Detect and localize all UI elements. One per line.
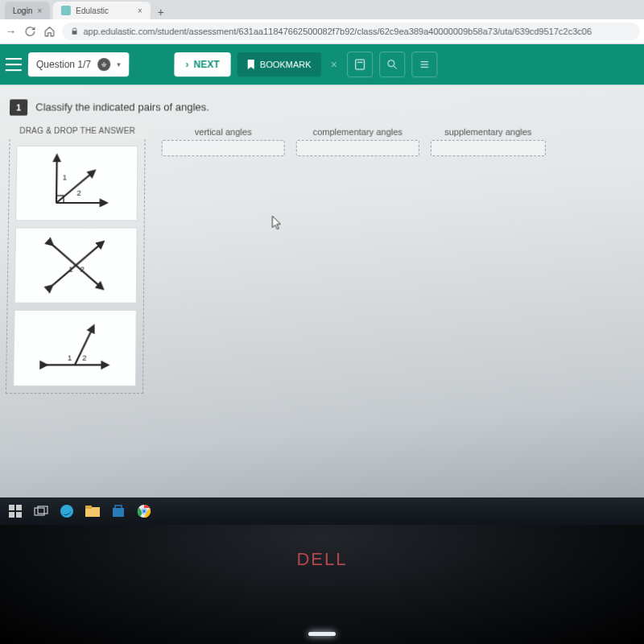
drag-header: DRAG & DROP THE ANSWER <box>10 122 146 139</box>
question-prompt: Classify the indicated pairs of angles. <box>35 99 209 113</box>
question-number: 1 <box>10 99 27 115</box>
svg-point-34 <box>60 505 73 518</box>
calculator-icon[interactable] <box>347 52 373 77</box>
close-icon[interactable]: × <box>138 6 142 14</box>
svg-rect-31 <box>16 512 22 518</box>
forward-icon[interactable]: → <box>4 25 17 38</box>
power-led <box>308 632 336 636</box>
windows-taskbar <box>0 497 644 525</box>
svg-text:1: 1 <box>63 172 68 181</box>
task-view-icon[interactable] <box>32 502 50 520</box>
bookmark-button[interactable]: BOOKMARK <box>237 52 321 76</box>
drop-label: complementary angles <box>313 127 402 137</box>
edge-icon[interactable] <box>58 502 76 520</box>
tab-label: Edulastic <box>76 6 109 14</box>
start-icon[interactable] <box>6 502 24 520</box>
store-icon[interactable] <box>109 502 127 520</box>
search-icon[interactable] <box>379 52 405 77</box>
drop-slot-complementary[interactable] <box>296 140 419 156</box>
svg-text:1: 1 <box>68 265 73 274</box>
drag-tile-3[interactable]: 1 2 <box>13 310 137 386</box>
close-panel-icon[interactable]: × <box>328 58 341 71</box>
reload-icon[interactable] <box>23 25 36 38</box>
svg-rect-33 <box>38 506 47 514</box>
drop-zone: vertical angles complementary angles sup… <box>159 122 638 394</box>
device-brand: DELL <box>296 549 347 570</box>
status-badge-icon <box>97 58 110 71</box>
svg-rect-28 <box>9 505 14 510</box>
svg-rect-1 <box>356 60 365 69</box>
close-icon[interactable]: × <box>37 6 42 14</box>
chrome-icon[interactable] <box>135 502 153 520</box>
svg-text:2: 2 <box>76 188 81 197</box>
drop-label: vertical angles <box>195 127 252 137</box>
svg-point-9 <box>388 60 394 67</box>
question-content: 1 Classify the indicated pairs of angles… <box>0 85 644 409</box>
svg-line-10 <box>394 66 396 68</box>
cursor-icon <box>271 215 283 231</box>
svg-point-42 <box>142 510 147 514</box>
lock-icon <box>70 27 78 35</box>
svg-text:2: 2 <box>82 353 87 362</box>
list-icon[interactable] <box>411 52 437 77</box>
drag-tile-1[interactable]: 1 2 <box>15 146 138 221</box>
svg-rect-32 <box>35 508 44 515</box>
drag-tile-2[interactable]: 1 2 <box>14 228 138 303</box>
url-field[interactable]: app.edulastic.com/student/assessment/631… <box>62 23 639 40</box>
svg-rect-36 <box>85 506 92 509</box>
browser-address-bar: → app.edulastic.com/student/assessment/6… <box>0 19 644 44</box>
browser-tab-active[interactable]: Edulastic × <box>53 2 151 19</box>
drag-source-panel: DRAG & DROP THE ANSWER 1 2 <box>6 122 146 394</box>
chevron-down-icon: ▾ <box>117 60 121 68</box>
explorer-icon[interactable] <box>84 502 101 520</box>
next-label: NEXT <box>194 59 220 70</box>
favicon-icon <box>61 6 71 15</box>
drop-label: supplementary angles <box>444 127 531 137</box>
question-counter: Question 1/7 <box>36 59 91 70</box>
new-tab-button[interactable]: + <box>154 5 168 19</box>
bookmark-icon <box>247 60 255 69</box>
browser-tabstrip: Login × Edulastic × + <box>0 0 644 19</box>
svg-rect-29 <box>16 505 22 510</box>
next-button[interactable]: › NEXT <box>174 52 230 76</box>
bookmark-label: BOOKMARK <box>260 60 312 69</box>
url-text: app.edulastic.com/student/assessment/631… <box>84 27 592 36</box>
drop-slot-vertical[interactable] <box>162 140 285 156</box>
drop-slot-supplementary[interactable] <box>431 140 546 156</box>
laptop-bezel: DELL <box>0 525 644 644</box>
svg-text:2: 2 <box>80 265 85 274</box>
app-toolbar: Question 1/7 ▾ › NEXT BOOKMARK × <box>0 44 644 85</box>
question-selector[interactable]: Question 1/7 ▾ <box>28 52 130 76</box>
chevron-right-icon: › <box>185 59 188 70</box>
tab-label: Login <box>13 6 33 14</box>
svg-rect-38 <box>115 506 122 509</box>
menu-icon[interactable] <box>6 58 22 71</box>
svg-text:1: 1 <box>68 353 72 362</box>
home-icon[interactable] <box>43 25 56 38</box>
browser-tab-inactive[interactable]: Login × <box>5 2 51 19</box>
svg-rect-30 <box>9 512 14 518</box>
